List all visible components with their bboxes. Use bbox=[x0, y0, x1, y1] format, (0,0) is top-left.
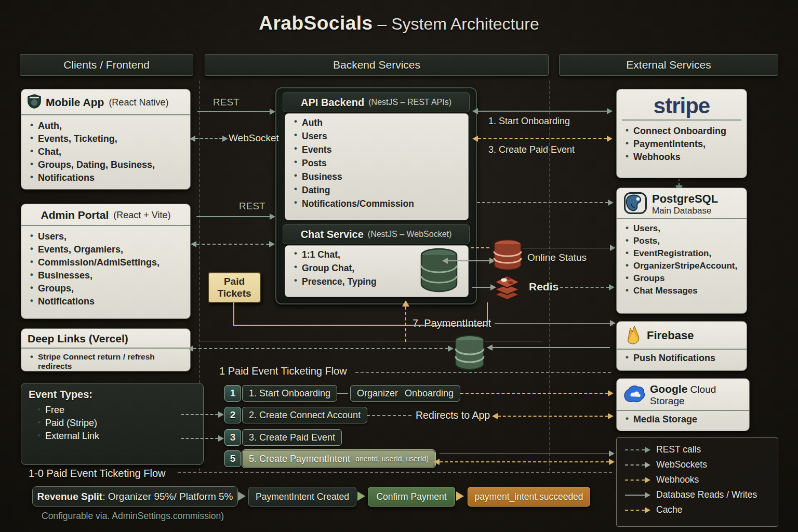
gcs-node: Google Cloud Storage Media Storage bbox=[616, 378, 750, 431]
column-header-external: External Services bbox=[559, 54, 778, 76]
admin-portal-node: Admin Portal (React + Vite) Users, Event… bbox=[21, 204, 191, 319]
redis-label: Redis bbox=[529, 281, 558, 293]
list-item: Notifications bbox=[25, 295, 186, 308]
flow-step-badge: 2 bbox=[224, 407, 241, 423]
gcs-list: Media Storage bbox=[617, 412, 749, 429]
start-onboarding-arrow bbox=[478, 111, 607, 112]
list-item: Events, Ticketing, bbox=[25, 132, 186, 145]
chat-onlinestatus-arrow bbox=[448, 260, 489, 261]
page-title: ArabSocials – System Architecture bbox=[0, 12, 798, 34]
admin-websocket-arrow bbox=[196, 244, 269, 245]
list-item: Paid (Stripe) bbox=[33, 417, 192, 430]
mobile-app-node: Mobile App (React Native) Auth, Events, … bbox=[21, 89, 191, 190]
list-item: Groups, bbox=[25, 282, 186, 295]
legend-label: Webhooks bbox=[656, 474, 699, 485]
list-item: Chat Messages bbox=[621, 285, 742, 297]
list-item: EventRegistration, bbox=[621, 247, 742, 260]
legend-label: Cache bbox=[656, 504, 683, 515]
postgresql-title: PostgreSQL bbox=[652, 192, 718, 206]
list-item: Media Storage bbox=[621, 413, 745, 426]
database-cylinder-icon bbox=[419, 248, 459, 296]
list-item: Auth bbox=[289, 116, 464, 129]
rest-arrow bbox=[196, 216, 270, 217]
paymentintent-to-firebase-line bbox=[495, 323, 610, 324]
firebase-flame-icon bbox=[625, 325, 641, 347]
flow-title-line bbox=[355, 372, 611, 373]
flow-bottom-line bbox=[178, 472, 612, 473]
flow-step-badge: 5 bbox=[224, 450, 241, 467]
architecture-diagram: ArabSocials – System Architecture Client… bbox=[0, 0, 798, 532]
list-item: Groups bbox=[621, 272, 742, 285]
legend-item: REST calls bbox=[617, 442, 778, 457]
api-to-postgres-arrow bbox=[477, 202, 608, 203]
postgresql-subtitle: Main Database bbox=[652, 206, 718, 216]
list-item: Chat, bbox=[25, 145, 186, 158]
chain-box: PaymentIntent Created bbox=[248, 487, 356, 507]
deep-links-title: Deep Links (Vercel) bbox=[28, 332, 128, 345]
list-item: Dating bbox=[289, 183, 464, 197]
chat-service-panel: 1:1 Chat, Group Chat, Presence, Typing bbox=[285, 245, 469, 297]
api-backend-list: Auth Users Events Posts Business Dating … bbox=[285, 115, 468, 214]
list-item: OrganizerStripeAccount, bbox=[621, 260, 742, 272]
rest-label: REST bbox=[213, 97, 240, 108]
flow-step-box: 1. Start Onboarding bbox=[242, 385, 337, 402]
chain-box: payment_intent,succeeded bbox=[468, 487, 590, 507]
legend-item: Database Reads / Writes bbox=[617, 487, 778, 502]
backend-frame: API Backend (NestJS – REST APIs) Auth Us… bbox=[275, 87, 477, 304]
flow-step-box: 3. Create Paid Event bbox=[242, 429, 342, 446]
revenue-split-rest: : Organizer 95%/ Platform 5% bbox=[102, 491, 233, 502]
postgresql-list: Users, Posts, EventRegistration, Organiz… bbox=[617, 221, 747, 300]
shield-icon bbox=[28, 94, 41, 111]
chat-service-title: Chat Service bbox=[301, 229, 364, 241]
api-backend-panel: Auth Users Events Posts Business Dating … bbox=[285, 113, 469, 220]
deep-links-node: Deep Links (Vercel) Stripe Connect retur… bbox=[21, 328, 191, 371]
list-item: Stripe Connect return / refresh redirect… bbox=[25, 351, 186, 372]
legend-item: Cache bbox=[617, 502, 778, 517]
list-item: External Link bbox=[33, 430, 192, 443]
websocket-arrow bbox=[195, 138, 222, 139]
chat-service-subtitle: (NestJS – WebSocket) bbox=[368, 230, 452, 239]
onlinestatus-to-postgres-arrow bbox=[523, 248, 610, 248]
db-line bbox=[200, 341, 542, 341]
online-status-cylinder-icon bbox=[493, 239, 523, 273]
payments-cylinder-icon bbox=[454, 335, 485, 373]
rest-label: REST bbox=[239, 201, 265, 212]
list-item: Businesses, bbox=[25, 269, 186, 282]
title-divider bbox=[0, 46, 798, 46]
list-item: Auth, bbox=[25, 119, 186, 132]
revenue-split-bold: Revenue Split bbox=[37, 491, 103, 502]
postgresql-node: PostgreSQL Main Database Users, Posts, E… bbox=[616, 188, 747, 314]
onboarding-to-gcs-arrow bbox=[460, 393, 608, 394]
rest-arrow bbox=[197, 111, 270, 112]
step5-db-arrow bbox=[440, 454, 609, 454]
list-item: Posts bbox=[289, 156, 464, 170]
start-onboarding-label: 1. Start Onboarding bbox=[488, 116, 570, 127]
flow-step-badge: 3 bbox=[224, 429, 241, 446]
organizer-onboarding-box: Organizer Onboarding bbox=[350, 385, 460, 402]
paid-tickets-connector bbox=[233, 301, 234, 325]
api-backend-header: API Backend (NestJS – REST APIs) bbox=[283, 92, 470, 112]
redis-logo-icon bbox=[493, 274, 522, 304]
legend-label: Database Reads / Writes bbox=[656, 489, 757, 500]
mobile-app-title: Mobile App bbox=[46, 96, 104, 109]
stripe-node: stripe Connect Onboarding PaymentIntents… bbox=[616, 89, 747, 178]
paid-tickets-label: Paid Tickets bbox=[216, 276, 252, 300]
create-paid-event-arrow bbox=[478, 138, 607, 139]
flow-step-detail: onentd, userId, userId) bbox=[355, 455, 429, 463]
create-paid-event-label: 3. Create Paid Event bbox=[488, 144, 575, 155]
postgresql-elephant-icon bbox=[624, 192, 647, 216]
list-item: Commission/AdmiSettings, bbox=[25, 256, 186, 269]
eventtype-to-step2-arrow bbox=[181, 414, 218, 415]
flow-step-badge: 1 bbox=[224, 385, 241, 402]
chat-to-redis-arrow bbox=[472, 287, 490, 288]
event-types-title: Event Types: bbox=[29, 389, 196, 401]
flow-step-box: 2. Create Connect Account bbox=[242, 407, 367, 423]
stripe-to-postgres-arrow bbox=[679, 179, 680, 185]
list-item: Posts, bbox=[621, 235, 742, 247]
stripe-logo: stripe bbox=[617, 89, 747, 119]
column-header-backend: Backend Services bbox=[205, 54, 549, 76]
firebase-node: Firebase Push Notifications bbox=[616, 321, 747, 371]
bottom-heading: 1-0 Paid Event Ticketing Flow bbox=[29, 468, 165, 480]
payment-intent-up-arrow bbox=[405, 307, 406, 342]
payment-intent-label: 7. PaymentIntent bbox=[413, 317, 491, 329]
